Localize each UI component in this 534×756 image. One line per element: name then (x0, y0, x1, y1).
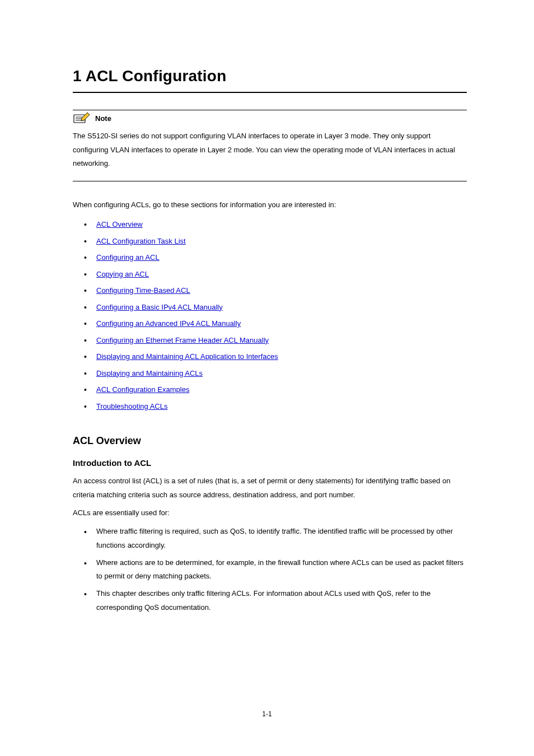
toc-link[interactable]: Configuring a Basic IPv4 ACL Manually (96, 303, 223, 311)
toc-link[interactable]: Copying an ACL (96, 270, 149, 278)
list-item: Where traffic filtering is required, suc… (96, 525, 467, 552)
toc-link[interactable]: ACL Overview (96, 220, 143, 228)
list-item: Displaying and Maintaining ACLs (96, 368, 467, 379)
list-item: Where actions are to be determined, for … (96, 556, 467, 584)
list-item: ACL Configuration Examples (96, 384, 467, 395)
note-label: Note (95, 114, 111, 123)
toc-list: ACL Overview ACL Configuration Task List… (73, 219, 467, 412)
page: 1 ACL Configuration Note The S5120-SI se… (0, 0, 534, 756)
chapter-title: 1 ACL Configuration (73, 67, 467, 85)
divider (73, 92, 467, 93)
list-item: Configuring an Advanced IPv4 ACL Manuall… (96, 318, 467, 329)
list-item: Displaying and Maintaining ACL Applicati… (96, 351, 467, 362)
toc-link[interactable]: Configuring Time-Based ACL (96, 286, 190, 295)
page-number: 1-1 (0, 710, 534, 718)
paragraph: ACLs are essentially used for: (73, 506, 467, 520)
list-item: Configuring a Basic IPv4 ACL Manually (96, 302, 467, 313)
list-item: Copying an ACL (96, 269, 467, 280)
list-item: This chapter describes only traffic filt… (96, 587, 467, 614)
list-item: ACL Overview (96, 219, 467, 230)
toc-link[interactable]: ACL Configuration Examples (96, 385, 189, 394)
body-bullet-list: Where traffic filtering is required, suc… (73, 525, 467, 614)
list-item: Configuring Time-Based ACL (96, 285, 467, 296)
subsection-heading: Introduction to ACL (73, 458, 467, 468)
toc-link[interactable]: Displaying and Maintaining ACLs (96, 369, 203, 377)
toc-link[interactable]: Configuring an Ethernet Frame Header ACL… (96, 336, 269, 344)
list-item: Configuring an ACL (96, 252, 467, 263)
note-body: The S5120-SI series do not support confi… (73, 129, 467, 171)
note-icon (73, 110, 92, 124)
note-header: Note (73, 110, 467, 124)
list-item: Configuring an Ethernet Frame Header ACL… (96, 335, 467, 346)
toc-link[interactable]: Troubleshooting ACLs (96, 402, 167, 410)
paragraph: An access control list (ACL) is a set of… (73, 474, 467, 502)
toc-link[interactable]: Configuring an ACL (96, 253, 160, 262)
toc-link[interactable]: Configuring an Advanced IPv4 ACL Manuall… (96, 319, 241, 328)
note-bottom-rule (73, 181, 467, 181)
intro-line: When configuring ACLs, go to these secti… (73, 200, 467, 209)
note-box: Note The S5120-SI series do not support … (73, 110, 467, 181)
list-item: ACL Configuration Task List (96, 236, 467, 247)
toc-link[interactable]: Displaying and Maintaining ACL Applicati… (96, 352, 278, 361)
toc-link[interactable]: ACL Configuration Task List (96, 237, 186, 245)
section-heading: ACL Overview (73, 435, 467, 447)
list-item: Troubleshooting ACLs (96, 401, 467, 412)
